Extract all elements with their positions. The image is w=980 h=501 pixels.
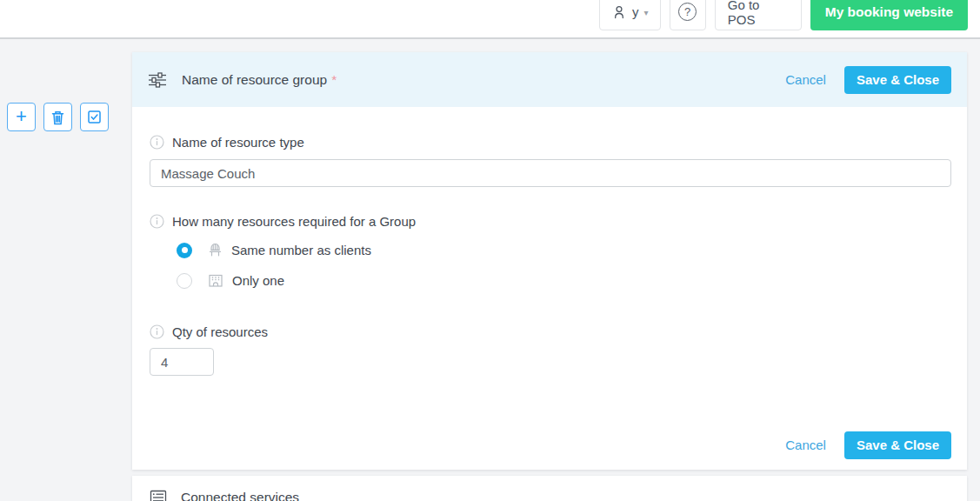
topbar: y ▾ ? Go to POS My booking website [0, 0, 980, 39]
name-field-label-row: Name of resource type [150, 135, 304, 150]
help-button[interactable]: ? [670, 0, 706, 30]
cancel-link-top[interactable]: Cancel [785, 72, 826, 87]
go-to-pos-button[interactable]: Go to POS [715, 0, 802, 30]
checkbox-checked-icon [87, 110, 102, 124]
resource-type-name-input[interactable] [150, 159, 951, 187]
resource-toolbar: + [7, 103, 109, 131]
required-asterisk: * [331, 72, 337, 88]
user-menu-button[interactable]: y ▾ [599, 0, 661, 30]
list-icon [150, 490, 167, 501]
user-menu-label: y [632, 4, 639, 19]
info-icon [150, 324, 164, 339]
panel-footer: Cancel Save & Close [785, 431, 951, 459]
resource-group-panel: Name of resource group * Cancel Save & C… [132, 52, 967, 470]
save-close-button-bottom[interactable]: Save & Close [844, 431, 951, 459]
cancel-link-bottom[interactable]: Cancel [785, 438, 826, 452]
delete-button[interactable] [43, 103, 72, 131]
info-icon [150, 214, 164, 229]
save-close-button-top[interactable]: Save & Close [844, 66, 951, 94]
user-icon [611, 4, 627, 20]
qty-field-label: Qty of resources [172, 324, 268, 339]
building-icon [207, 272, 224, 289]
chevron-down-icon: ▾ [643, 8, 648, 17]
group-field-label: How many resources required for a Group [172, 214, 416, 229]
qty-field-label-row: Qty of resources [150, 324, 268, 339]
panel-title: Name of resource group [182, 72, 327, 88]
panel-header: Name of resource group * Cancel Save & C… [132, 52, 967, 107]
select-button[interactable] [80, 103, 109, 131]
connected-services-header: Connected services [132, 476, 967, 501]
option-only-one[interactable]: Only one [177, 272, 284, 289]
trash-icon [50, 110, 65, 125]
connected-services-title: Connected services [181, 490, 299, 501]
connected-services-panel: Connected services [132, 476, 967, 501]
option-same-number[interactable]: Same number as clients [177, 242, 371, 258]
name-field-label: Name of resource type [172, 135, 304, 150]
radio-unselected[interactable] [177, 273, 192, 289]
help-icon: ? [678, 3, 697, 21]
radio-selected[interactable] [177, 243, 192, 258]
qty-of-resources-input[interactable] [150, 348, 214, 376]
option-label: Same number as clients [231, 243, 371, 257]
info-icon [150, 135, 164, 150]
plus-icon: + [16, 107, 27, 126]
my-booking-website-button[interactable]: My booking website [810, 0, 968, 30]
group-field-label-row: How many resources required for a Group [150, 214, 416, 229]
option-label: Only one [232, 273, 284, 288]
topbar-actions: y ▾ ? Go to POS My booking website [599, 0, 968, 30]
sliders-icon [148, 71, 167, 89]
add-button[interactable]: + [7, 103, 36, 131]
chair-icon [207, 242, 223, 258]
